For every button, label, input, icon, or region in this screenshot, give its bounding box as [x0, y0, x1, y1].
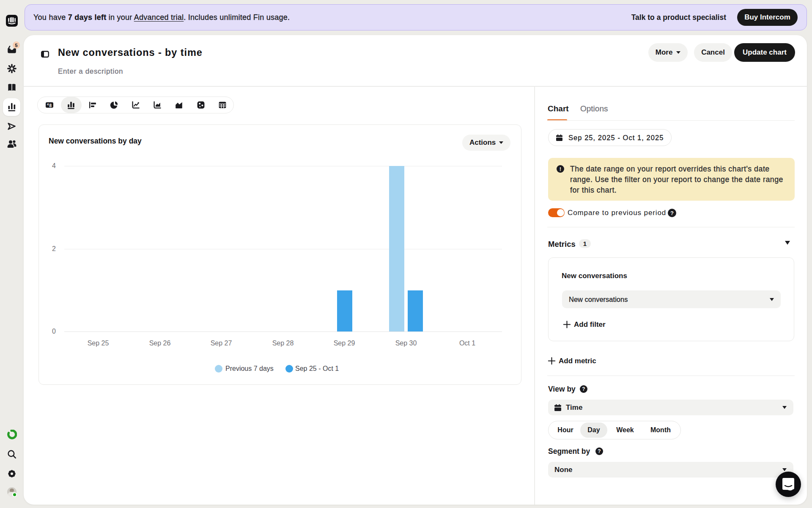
svg-text:8: 8: [49, 103, 52, 108]
